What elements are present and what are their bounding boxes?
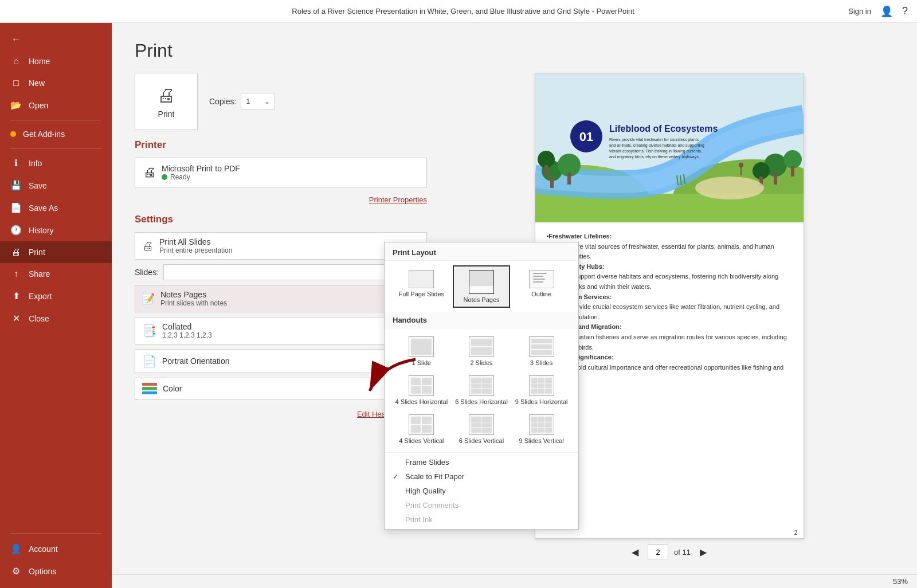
printer-large-icon: 🖨 [157,85,175,106]
addins-dot [10,131,16,137]
sidebar-item-saveas[interactable]: 📄 Save As [0,197,112,219]
saveas-icon: 📄 [10,202,22,213]
cultural-detail: Rivers hold cultural importance and offe… [555,363,792,383]
printer-selector[interactable]: 🖨 Microsoft Print to PDF Ready [135,158,427,187]
sidebar-item-save[interactable]: 💾 Save [0,174,112,197]
printer-section-title: Printer [135,139,427,151]
handout-4v[interactable]: 4 Slides Vertical [393,411,450,448]
handout-6v-label: 6 Slides Vertical [459,437,504,444]
back-button[interactable]: ← [0,29,112,50]
handout-6v[interactable]: 6 Slides Vertical [453,411,511,448]
notes-pages-text: Notes Pages Print slides with notes [160,290,410,307]
handout-2-label: 2 Slides [470,359,492,366]
popup-options: Frame Slides Scale to Fit Paper High Qua… [385,452,578,529]
handout-9v[interactable]: 9 Slides Vertical [512,411,570,448]
printer-icon: 🖨 [143,165,156,180]
copies-value: 1 [246,97,250,105]
slides-label: Slides: [135,268,159,277]
sidebar-item-open[interactable]: 📂 Open [0,94,112,116]
orientation-text: Portrait Orientation [162,356,410,366]
of-total-label: of 11 [674,548,691,556]
print-left-panel: 🖨 Print Copies: 1 ⌄ Printer 🖨 [135,73,427,563]
cultural-title: •Cultural Significance: [547,352,792,363]
handout-9h[interactable]: 9 Slides Horizontal [512,372,570,409]
layout-outline[interactable]: Outline [512,265,570,308]
home-icon: ⌂ [10,56,22,66]
slide-svg: 01 Lifeblood of Ecosystems Rivers provid… [535,73,804,222]
settings-section-title: Settings [135,214,427,225]
current-page-input[interactable] [648,544,668,559]
handout-1[interactable]: 1 Slide [393,333,450,370]
handout-6h[interactable]: 6 Slides Horizontal [453,372,511,409]
fisheries-detail: Rivers sustain fisheries and serve as mi… [555,332,792,352]
high-quality-option[interactable]: High Quality [385,484,578,498]
handout-4h[interactable]: 4 Slides Horizontal [393,372,450,409]
back-icon: ← [10,34,22,45]
sidebar-item-export[interactable]: ⬆ Export [0,285,112,307]
print-header: Print [112,23,917,73]
sidebar-item-options[interactable]: ⚙ Options [0,560,112,582]
handout-4v-label: 4 Slides Vertical [399,437,444,444]
preview-nav: ◀ of 11 ▶ [628,539,710,563]
sidebar-item-account[interactable]: 👤 Account [0,538,112,560]
ecosystem-title: •Ecosystem Services: [547,292,792,303]
sidebar-item-home[interactable]: ⌂ Home [0,50,112,72]
sidebar-item-close[interactable]: ✕ Close [0,307,112,330]
svg-rect-14 [791,166,794,177]
sidebar-divider-3 [10,534,101,534]
collated-label: Collated [162,322,410,331]
frame-slides-label: Frame Slides [405,458,449,467]
handout-3[interactable]: 3 Slides [512,333,570,370]
fisheries-title: •Fisheries and Migration: [547,322,792,332]
layout-full-page[interactable]: Full Page Slides [393,265,450,308]
sidebar: ← ⌂ Home □ New 📂 Open Get Add-ins ℹ [0,23,112,588]
slides-icon: 🖨 [142,240,154,253]
sidebar-item-history[interactable]: 🕐 History [0,219,112,241]
print-button[interactable]: 🖨 Print [135,73,198,130]
handout-9h-label: 9 Slides Horizontal [515,398,568,405]
print-range-dropdown[interactable]: 🖨 Print All Slides Print entire presenta… [135,232,427,260]
sidebar-item-info[interactable]: ℹ Info [0,152,112,174]
notes-pages-popup-label: Notes Pages [464,296,500,303]
prev-page-button[interactable]: ◀ [628,546,642,559]
handout-4h-label: 4 Slides Horizontal [395,398,448,405]
export-icon: ⬆ [10,291,22,301]
handout-2[interactable]: 2 Slides [453,333,511,370]
svg-rect-12 [774,172,777,185]
frame-slides-option[interactable]: Frame Slides [385,455,578,469]
color-icon [142,383,157,394]
page-title: Print [135,40,894,61]
popup-print-layout-title: Print Layout [385,242,578,261]
orientation-dropdown[interactable]: 📄 Portrait Orientation ▾ [135,349,427,373]
zoom-level: 53% [893,577,908,586]
sidebar-item-getaddins[interactable]: Get Add-ins [0,124,112,144]
next-page-button[interactable]: ▶ [696,546,710,559]
collate-icon: 📑 [142,324,156,338]
outline-label: Outline [531,291,551,297]
status-dot [162,174,167,180]
printer-properties-link[interactable]: Printer Properties [369,195,427,204]
layout-dropdown[interactable]: 📝 Notes Pages Print slides with notes ▾ [135,285,427,312]
popup-handouts-grid: 1 Slide 2 Slides [385,328,578,452]
signin-button[interactable]: Sign in [848,7,871,15]
printer-details: Microsoft Print to PDF Ready [162,164,418,181]
svg-text:and migratory birds rely on th: and migratory birds rely on these watery… [609,155,700,159]
color-dropdown[interactable]: Color ▾ [135,378,427,399]
user-icon[interactable]: 👤 [880,5,893,18]
sidebar-item-new[interactable]: □ New [0,72,112,94]
sidebar-item-share[interactable]: ↑ Share [0,263,112,285]
svg-point-24 [695,177,764,199]
handout-9v-label: 9 Slides Vertical [519,437,564,444]
print-layout-popup: Print Layout Full Page Slides Notes Page… [384,242,579,530]
sidebar-item-print[interactable]: 🖨 Print [0,241,112,263]
titlebar: Roles of a River Science Presentation in… [0,0,917,23]
save-icon: 💾 [10,180,22,191]
copies-input[interactable]: 1 ⌄ [241,93,275,110]
svg-text:01: 01 [579,130,593,144]
scale-to-fit-option[interactable]: Scale to Fit Paper [385,469,578,484]
biodiversity-detail: Rivers support diverse habitats and ecos… [555,272,792,292]
collate-dropdown[interactable]: 📑 Collated 1,2,3 1,2,3 1,2,3 ▾ [135,317,427,344]
copies-arrow: ⌄ [264,97,270,105]
layout-notes-pages[interactable]: Notes Pages [453,265,511,308]
help-icon[interactable]: ? [902,5,908,17]
